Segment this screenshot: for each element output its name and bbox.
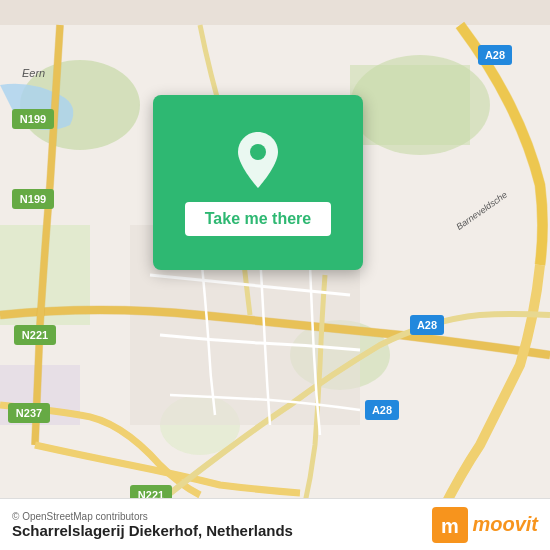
svg-text:A28: A28 — [372, 404, 392, 416]
map-container: A28 A28 A28 N199 N199 N221 N221 N237 Eer… — [0, 0, 550, 550]
svg-text:N221: N221 — [22, 329, 48, 341]
svg-text:Eern: Eern — [22, 67, 45, 79]
svg-text:N199: N199 — [20, 113, 46, 125]
take-me-there-button[interactable]: Take me there — [185, 202, 331, 236]
bottom-bar: © OpenStreetMap contributors Scharrelsla… — [0, 498, 550, 550]
moovit-logo: m moovit — [432, 507, 538, 543]
location-name: Scharrelslagerij Diekerhof, Netherlands — [12, 522, 293, 539]
location-pin-icon — [233, 130, 283, 190]
moovit-icon: m — [432, 507, 468, 543]
svg-text:N199: N199 — [20, 193, 46, 205]
svg-text:A28: A28 — [485, 49, 505, 61]
bottom-left-info: © OpenStreetMap contributors Scharrelsla… — [12, 511, 293, 539]
svg-text:A28: A28 — [417, 319, 437, 331]
osm-credit: © OpenStreetMap contributors — [12, 511, 293, 522]
svg-text:N237: N237 — [16, 407, 42, 419]
svg-text:m: m — [442, 515, 460, 537]
svg-point-28 — [250, 144, 266, 160]
moovit-text: moovit — [472, 513, 538, 536]
svg-rect-5 — [350, 65, 470, 145]
location-card: Take me there — [153, 95, 363, 270]
